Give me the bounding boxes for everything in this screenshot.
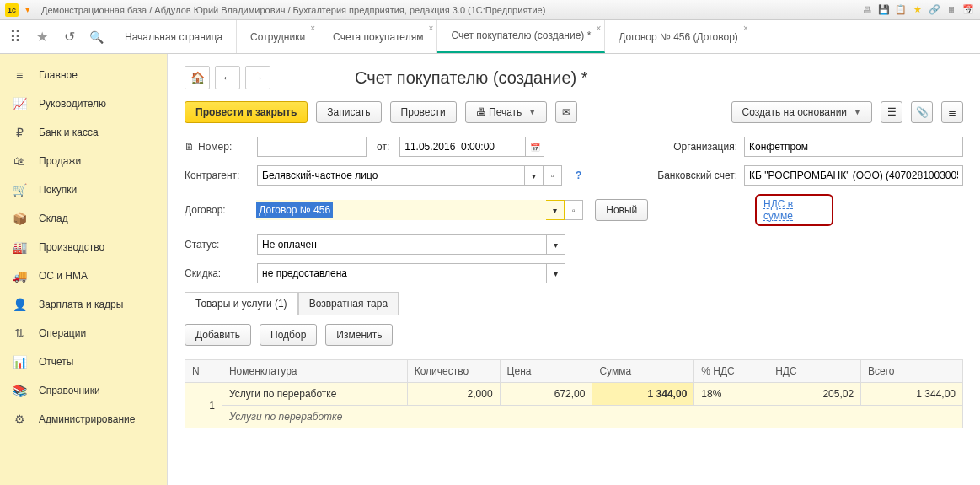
save-icon[interactable]: 💾 [877, 3, 891, 17]
cart-icon: 🛒 [12, 182, 27, 197]
table-row[interactable]: 1 Услуги по переработке 2,000 672,00 1 3… [185, 383, 963, 406]
attach-button[interactable]: 📎 [911, 101, 933, 123]
col-total[interactable]: Всего [861, 360, 963, 383]
add-row-button[interactable]: Добавить [185, 324, 251, 346]
cell-vat[interactable]: 205,02 [768, 383, 861, 406]
titlebar-text: Демонстрационная база / Абдулов Юрий Вла… [41, 5, 545, 15]
tab-home[interactable]: Начальная страница [111, 20, 237, 53]
tab-invoice-create[interactable]: Счет покупателю (создание) *× [437, 20, 605, 53]
close-icon[interactable]: × [310, 24, 315, 33]
calendar-button[interactable]: 📅 [526, 137, 544, 157]
dropdown-button[interactable]: ▾ [525, 165, 544, 186]
box-icon: 📦 [12, 211, 27, 226]
org-input[interactable] [744, 137, 963, 157]
close-icon[interactable]: × [743, 24, 748, 33]
create-based-button[interactable]: Создать на основании▼ [731, 101, 872, 123]
col-qty[interactable]: Количество [407, 360, 500, 383]
favorite-icon[interactable] [34, 29, 51, 46]
number-input[interactable] [257, 137, 367, 157]
calendar-icon[interactable]: 📅 [961, 3, 975, 17]
content: 🏠 ← → Счет покупателю (создание) * Прове… [168, 54, 980, 485]
tab-employees[interactable]: Сотрудники× [237, 20, 319, 53]
table-row-sub[interactable]: Услуги по переработке [185, 406, 963, 428]
history-icon[interactable]: ↺ [61, 29, 78, 46]
dropdown-button[interactable]: ▾ [546, 200, 565, 220]
save-button[interactable]: Записать [316, 101, 381, 123]
sidebar-label: Главное [39, 69, 78, 81]
contract-input[interactable]: Договор № 456 [256, 200, 546, 220]
cell-n[interactable]: 1 [185, 383, 222, 428]
sidebar-item-manager[interactable]: 📈Руководителю [0, 89, 167, 118]
subtab-returns[interactable]: Возвратная тара [298, 292, 399, 315]
open-button[interactable]: ▫ [544, 165, 562, 186]
cell-sum[interactable]: 1 344,00 [592, 383, 694, 406]
col-item[interactable]: Номенклатура [222, 360, 407, 383]
sidebar-item-reports[interactable]: 📊Отчеты [0, 348, 167, 376]
sidebar-item-stock[interactable]: 📦Склад [0, 204, 167, 233]
print-icon[interactable]: 🖶 [860, 3, 874, 17]
subtab-goods[interactable]: Товары и услуги (1) [185, 292, 298, 315]
close-icon[interactable]: × [596, 24, 601, 33]
tab-label: Начальная страница [125, 31, 222, 43]
pick-button[interactable]: Подбор [260, 324, 317, 346]
print-button[interactable]: 🖶 Печать▼ [465, 101, 548, 123]
post-and-close-button[interactable]: Провести и закрыть [185, 101, 308, 123]
struct-button[interactable]: ☰ [881, 101, 902, 123]
sidebar-item-operations[interactable]: ⇅Операции [0, 319, 167, 348]
sidebar-item-hr[interactable]: 👤Зарплата и кадры [0, 290, 167, 319]
menu-icon: ≡ [12, 67, 27, 83]
sidebar-item-admin[interactable]: ⚙Администрирование [0, 405, 167, 434]
tab-invoices[interactable]: Счета покупателям× [319, 20, 437, 53]
sidebar-label: Производство [39, 241, 104, 253]
copy-icon[interactable]: 📋 [894, 3, 908, 17]
sidebar-item-bank[interactable]: ₽Банк и касса [0, 118, 167, 147]
bank-input[interactable] [744, 165, 963, 186]
date-input[interactable] [399, 137, 526, 157]
discount-select[interactable] [257, 263, 547, 283]
sidebar-item-sales[interactable]: 🛍Продажи [0, 147, 167, 175]
back-button[interactable]: ← [215, 66, 240, 89]
items-table: N Номенклатура Количество Цена Сумма % Н… [185, 359, 963, 428]
calc-icon[interactable]: 🖩 [945, 3, 958, 17]
search-icon[interactable] [88, 29, 104, 46]
forward-button[interactable]: → [245, 66, 270, 89]
col-sum[interactable]: Сумма [592, 360, 694, 383]
close-icon[interactable]: × [429, 24, 434, 33]
change-button[interactable]: Изменить [325, 324, 393, 346]
cell-qty[interactable]: 2,000 [407, 383, 500, 406]
sidebar-item-main[interactable]: ≡Главное [0, 61, 167, 89]
dropdown-icon[interactable]: ▾ [21, 3, 35, 17]
new-contract-button[interactable]: Новый [595, 199, 648, 221]
help-icon[interactable]: ? [576, 170, 581, 181]
post-button[interactable]: Провести [390, 101, 457, 123]
counterparty-input[interactable] [257, 165, 525, 186]
star-icon[interactable]: ★ [911, 3, 924, 17]
sidebar-item-refs[interactable]: 📚Справочники [0, 376, 167, 405]
chart-icon: 📈 [12, 96, 27, 111]
apps-icon[interactable] [7, 29, 24, 46]
vat-mode-link[interactable]: НДС в сумме [763, 198, 793, 222]
cell-vatpct[interactable]: 18% [694, 383, 768, 406]
open-button[interactable]: ▫ [565, 200, 583, 220]
dropdown-button[interactable]: ▾ [547, 234, 565, 255]
link-icon[interactable]: 🔗 [928, 3, 941, 17]
col-vat[interactable]: НДС [768, 360, 861, 383]
cell-name2[interactable]: Услуги по переработке [222, 406, 962, 428]
cell-total[interactable]: 1 344,00 [861, 383, 963, 406]
dropdown-button[interactable]: ▾ [547, 263, 565, 283]
col-price[interactable]: Цена [500, 360, 592, 383]
tab-contract[interactable]: Договор № 456 (Договор)× [605, 20, 752, 53]
sidebar-item-assets[interactable]: 🚚ОС и НМА [0, 261, 167, 290]
sidebar-item-production[interactable]: 🏭Производство [0, 233, 167, 261]
cell-name[interactable]: Услуги по переработке [222, 383, 407, 406]
cell-price[interactable]: 672,00 [500, 383, 592, 406]
status-select[interactable] [257, 234, 547, 255]
vat-highlight: НДС в сумме [755, 194, 833, 226]
col-n[interactable]: N [185, 360, 222, 383]
discount-label: Скидка: [185, 267, 250, 279]
email-button[interactable]: ✉ [555, 101, 577, 123]
home-button[interactable]: 🏠 [185, 66, 210, 89]
sidebar-item-purchases[interactable]: 🛒Покупки [0, 175, 167, 204]
list-button[interactable]: ≣ [941, 101, 963, 123]
col-vatpct[interactable]: % НДС [694, 360, 768, 383]
